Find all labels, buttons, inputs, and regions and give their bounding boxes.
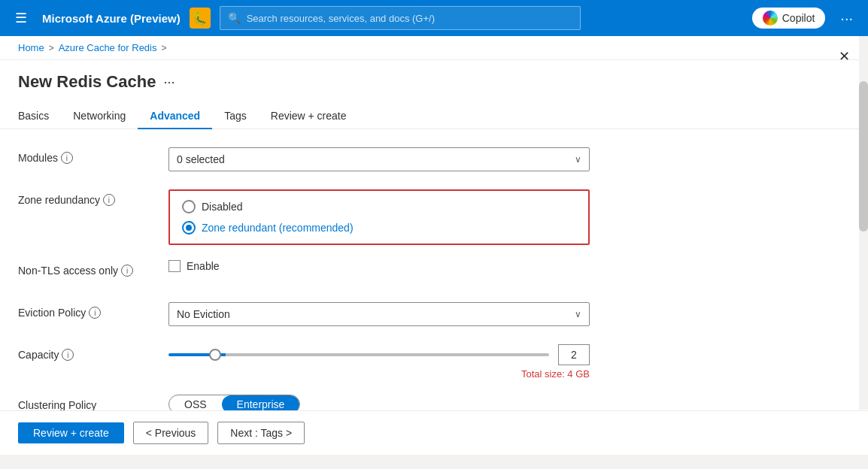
non-tls-checkbox-control: Enable (168, 260, 590, 272)
tab-advanced[interactable]: Advanced (138, 104, 212, 129)
search-icon: 🔍 (228, 12, 241, 24)
non-tls-row: Non-TLS access only i Enable (18, 260, 850, 287)
zone-disabled-option[interactable]: Disabled (182, 200, 576, 213)
breadcrumb: Home > Azure Cache for Redis > (0, 36, 868, 60)
zone-redundancy-box: Disabled Zone redundant (recommended) (168, 189, 590, 245)
zone-redundancy-control: Disabled Zone redundant (recommended) (168, 189, 590, 245)
total-size-text: Total size: 4 GB (168, 368, 590, 380)
eviction-policy-control: No Eviction ∨ (168, 302, 590, 326)
modules-info-icon[interactable]: i (61, 152, 73, 164)
topbar: ☰ Microsoft Azure (Preview) 🐛 🔍 Search r… (0, 0, 868, 36)
breadcrumb-home[interactable]: Home (18, 42, 44, 53)
zone-redundancy-label: Zone redundancy i (18, 189, 168, 206)
zone-disabled-label: Disabled (202, 201, 242, 213)
tab-networking[interactable]: Networking (61, 104, 138, 129)
copilot-icon (763, 11, 778, 26)
zone-redundancy-row: Zone redundancy i Disabled Zone (18, 189, 850, 245)
next-button[interactable]: Next : Tags > (217, 422, 305, 444)
hamburger-icon[interactable]: ☰ (9, 4, 33, 32)
capacity-slider-container: 2 (168, 344, 590, 365)
non-tls-checkbox[interactable] (168, 260, 181, 272)
non-tls-label: Non-TLS access only i (18, 260, 168, 277)
search-placeholder: Search resources, services, and docs (G+… (247, 13, 435, 24)
capacity-control: 2 Total size: 4 GB (168, 344, 590, 380)
capacity-slider[interactable] (168, 353, 549, 356)
non-tls-enable-label: Enable (187, 260, 220, 272)
capacity-info-icon[interactable]: i (62, 349, 74, 361)
app-title: Microsoft Azure (Preview) (42, 12, 181, 25)
modules-label: Modules i (18, 147, 168, 164)
eviction-policy-dropdown[interactable]: No Eviction ∨ (168, 302, 590, 326)
copilot-label: Copilot (782, 12, 815, 24)
breadcrumb-sep1: > (49, 43, 54, 53)
non-tls-control: Enable (168, 260, 590, 272)
breadcrumb-sep2: > (161, 43, 166, 53)
tab-tags[interactable]: Tags (212, 104, 259, 129)
tabs: Basics Networking Advanced Tags Review +… (0, 92, 868, 129)
capacity-value: 2 (571, 349, 577, 361)
modules-dropdown-value: 0 selected (177, 153, 225, 165)
breadcrumb-azure-cache[interactable]: Azure Cache for Redis (59, 42, 157, 53)
copilot-button[interactable]: Copilot (752, 8, 826, 29)
zone-disabled-radio[interactable] (182, 200, 196, 213)
eviction-chevron-icon: ∨ (575, 309, 581, 319)
zone-redundancy-info-icon[interactable]: i (103, 194, 115, 206)
clustering-policy-label: Clustering Policy (18, 395, 168, 411)
non-tls-info-icon[interactable]: i (121, 265, 133, 277)
review-create-button[interactable]: Review + create (18, 422, 124, 443)
eviction-policy-row: Eviction Policy i No Eviction ∨ (18, 302, 850, 329)
tab-review-create[interactable]: Review + create (259, 104, 359, 129)
eviction-policy-info-icon[interactable]: i (89, 307, 101, 319)
topbar-more-icon[interactable]: ··· (834, 4, 859, 33)
form-content: Modules i 0 selected ∨ Zone redundancy i (0, 129, 868, 455)
zone-redundant-option[interactable]: Zone redundant (recommended) (182, 221, 576, 234)
page-more-icon[interactable]: ··· (163, 74, 175, 90)
page-title: New Redis Cache (18, 72, 156, 92)
previous-button[interactable]: < Previous (133, 422, 209, 444)
page-header: New Redis Cache ··· ✕ (0, 60, 868, 92)
bug-icon[interactable]: 🐛 (190, 8, 211, 29)
main-content: Home > Azure Cache for Redis > New Redis… (0, 36, 868, 455)
scrollbar-thumb[interactable] (859, 81, 868, 231)
scrollbar-track[interactable] (859, 36, 868, 410)
close-button[interactable]: ✕ (839, 48, 850, 65)
chevron-down-icon: ∨ (575, 154, 581, 165)
capacity-label: Capacity i (18, 344, 168, 361)
tab-basics[interactable]: Basics (18, 104, 61, 129)
zone-redundant-radio[interactable] (182, 221, 196, 234)
search-bar[interactable]: 🔍 Search resources, services, and docs (… (220, 6, 581, 30)
modules-control: 0 selected ∨ (168, 147, 590, 171)
eviction-policy-value: No Eviction (177, 308, 230, 320)
modules-dropdown[interactable]: 0 selected ∨ (168, 147, 590, 171)
zone-redundant-radio-inner (186, 225, 192, 231)
capacity-value-box: 2 (558, 344, 590, 365)
capacity-row: Capacity i 2 Total size: 4 GB (18, 344, 850, 380)
footer: Review + create < Previous Next : Tags > (0, 410, 868, 455)
modules-row: Modules i 0 selected ∨ (18, 147, 850, 174)
eviction-policy-label: Eviction Policy i (18, 302, 168, 319)
zone-redundant-label: Zone redundant (recommended) (202, 222, 354, 234)
